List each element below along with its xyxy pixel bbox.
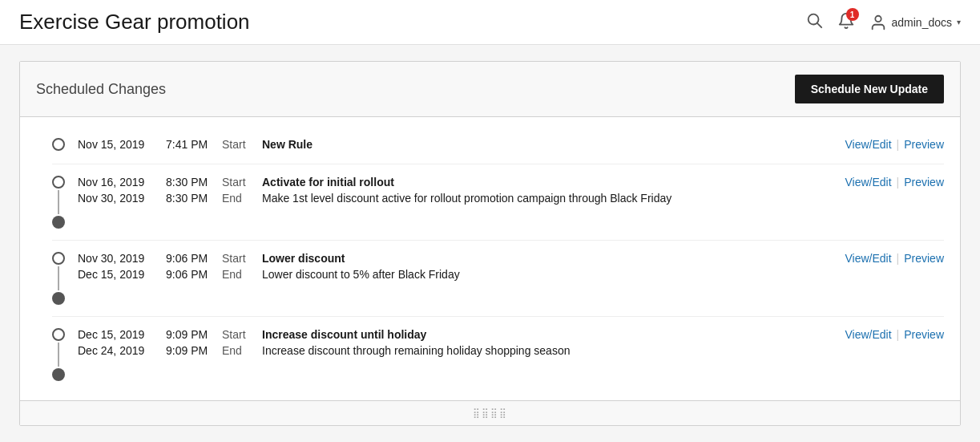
new-rule-row-wrapper: Nov 15, 2019 7:41 PM Start New Rule View… <box>78 138 944 151</box>
timeline-dot-open <box>52 138 65 151</box>
new-rule-start-time: 7:41 PM <box>166 138 222 151</box>
lower-discount-end-type: End <box>222 268 262 281</box>
lower-discount-view-edit-link[interactable]: View/Edit <box>845 252 891 265</box>
new-rule-title: New Rule <box>262 138 829 151</box>
holiday-discount-description: Increase discount through remaining holi… <box>262 344 829 357</box>
top-bar-right: 1 admin_docs ▾ <box>805 11 962 33</box>
initial-rollout-end-row: Nov 30, 2019 8:30 PM End Make 1st level … <box>78 192 829 205</box>
holiday-discount-end-row: Dec 24, 2019 9:09 PM End Increase discou… <box>78 344 829 357</box>
lower-discount-start-row: Nov 30, 2019 9:06 PM Start Lower discoun… <box>78 252 829 265</box>
chevron-down-icon: ▾ <box>957 18 961 26</box>
lower-discount-start-type: Start <box>222 252 262 265</box>
initial-rollout-start-date: Nov 16, 2019 <box>78 176 166 189</box>
initial-rollout-start-row: Nov 16, 2019 8:30 PM Start Activate for … <box>78 176 829 189</box>
holiday-discount-content: Dec 15, 2019 9:09 PM Start Increase disc… <box>78 328 829 357</box>
timeline-dot-open-start-ld <box>52 252 65 265</box>
svg-point-2 <box>875 15 881 21</box>
lower-discount-end-time: 9:06 PM <box>166 268 222 281</box>
holiday-discount-preview-link[interactable]: Preview <box>904 328 944 341</box>
user-name-label: admin_docs <box>892 16 953 29</box>
initial-rollout-end-time: 8:30 PM <box>166 192 222 205</box>
timeline-dot-filled-end-ld <box>52 292 65 305</box>
holiday-discount-separator: | <box>897 328 900 341</box>
new-rule-separator: | <box>897 138 900 151</box>
initial-rollout-content: Nov 16, 2019 8:30 PM Start Activate for … <box>78 176 829 205</box>
lower-discount-start-time: 9:06 PM <box>166 252 222 265</box>
card-footer: ⣿⣿⣿⣿ <box>20 400 960 425</box>
user-menu[interactable]: admin_docs ▾ <box>869 14 962 31</box>
new-rule-start-type: Start <box>222 138 262 151</box>
lower-discount-title: Lower discount <box>262 252 829 265</box>
holiday-discount-actions: View/Edit | Preview <box>845 328 944 341</box>
holiday-discount-start-date: Dec 15, 2019 <box>78 328 166 341</box>
holiday-discount-end-type: End <box>222 344 262 357</box>
holiday-discount-start-row: Dec 15, 2019 9:09 PM Start Increase disc… <box>78 328 829 341</box>
timeline-markers-initial-rollout <box>52 176 65 229</box>
timeline-dot-open-start-hd <box>52 328 65 341</box>
scheduled-changes-card: Scheduled Changes Schedule New Update No… <box>19 61 961 426</box>
initial-rollout-end-date: Nov 30, 2019 <box>78 192 166 205</box>
holiday-discount-end-date: Dec 24, 2019 <box>78 344 166 357</box>
notification-badge: 1 <box>846 8 859 21</box>
top-bar: Exercise Gear promotion 1 admin_docs ▾ <box>0 0 980 45</box>
main-content: Scheduled Changes Schedule New Update No… <box>0 45 980 442</box>
holiday-discount-start-type: Start <box>222 328 262 341</box>
new-rule-actions: View/Edit | Preview <box>845 138 944 151</box>
timeline-item-initial-rollout: Nov 16, 2019 8:30 PM Start Activate for … <box>52 164 944 241</box>
lower-discount-start-date: Nov 30, 2019 <box>78 252 166 265</box>
initial-rollout-title: Activate for initial rollout <box>262 176 829 189</box>
new-rule-preview-link[interactable]: Preview <box>904 138 944 151</box>
holiday-discount-end-time: 9:09 PM <box>166 344 222 357</box>
new-rule-start-date: Nov 15, 2019 <box>78 138 166 151</box>
initial-rollout-preview-link[interactable]: Preview <box>904 176 944 189</box>
notification-button[interactable]: 1 <box>837 12 855 32</box>
timeline-line-ld <box>58 266 59 290</box>
initial-rollout-view-edit-link[interactable]: View/Edit <box>845 176 891 189</box>
initial-rollout-start-time: 8:30 PM <box>166 176 222 189</box>
timeline-dot-open-start <box>52 176 65 189</box>
drag-handle-icon[interactable]: ⣿⣿⣿⣿ <box>473 408 508 419</box>
svg-line-1 <box>817 23 821 27</box>
timeline-line-hd <box>58 343 59 367</box>
holiday-discount-title: Increase discount until holiday <box>262 328 829 341</box>
timeline-dot-filled-end <box>52 216 65 229</box>
timeline-markers-holiday-discount <box>52 328 65 381</box>
lower-discount-end-date: Dec 15, 2019 <box>78 268 166 281</box>
lower-discount-actions: View/Edit | Preview <box>845 252 944 265</box>
lower-discount-description: Lower discount to 5% after Black Friday <box>262 268 829 281</box>
lower-discount-separator: | <box>897 252 900 265</box>
lower-discount-end-row: Dec 15, 2019 9:06 PM End Lower discount … <box>78 268 829 281</box>
timeline-item-holiday-discount: Dec 15, 2019 9:09 PM Start Increase disc… <box>52 317 944 392</box>
user-icon <box>869 14 887 31</box>
timeline-item-new-rule: Nov 15, 2019 7:41 PM Start New Rule View… <box>52 125 944 164</box>
lower-discount-content: Nov 30, 2019 9:06 PM Start Lower discoun… <box>78 252 829 281</box>
timeline-container: Nov 15, 2019 7:41 PM Start New Rule View… <box>20 117 960 400</box>
initial-rollout-start-type: Start <box>222 176 262 189</box>
page-title: Exercise Gear promotion <box>19 10 250 34</box>
timeline-markers-lower-discount <box>52 252 65 305</box>
timeline-item-lower-discount: Nov 30, 2019 9:06 PM Start Lower discoun… <box>52 241 944 317</box>
initial-rollout-end-type: End <box>222 192 262 205</box>
lower-discount-preview-link[interactable]: Preview <box>904 252 944 265</box>
new-rule-view-edit-link[interactable]: View/Edit <box>845 138 891 151</box>
timeline-dot-filled-end-hd <box>52 368 65 381</box>
search-button[interactable] <box>805 11 823 33</box>
timeline-marker-new-rule <box>52 138 65 151</box>
schedule-new-update-button[interactable]: Schedule New Update <box>795 75 944 103</box>
timeline-line <box>58 190 59 214</box>
initial-rollout-description: Make 1st level discount active for rollo… <box>262 192 829 205</box>
holiday-discount-view-edit-link[interactable]: View/Edit <box>845 328 891 341</box>
holiday-discount-start-time: 9:09 PM <box>166 328 222 341</box>
initial-rollout-separator: | <box>897 176 900 189</box>
initial-rollout-actions: View/Edit | Preview <box>845 176 944 189</box>
card-header: Scheduled Changes Schedule New Update <box>20 62 960 117</box>
card-header-title: Scheduled Changes <box>36 81 166 98</box>
